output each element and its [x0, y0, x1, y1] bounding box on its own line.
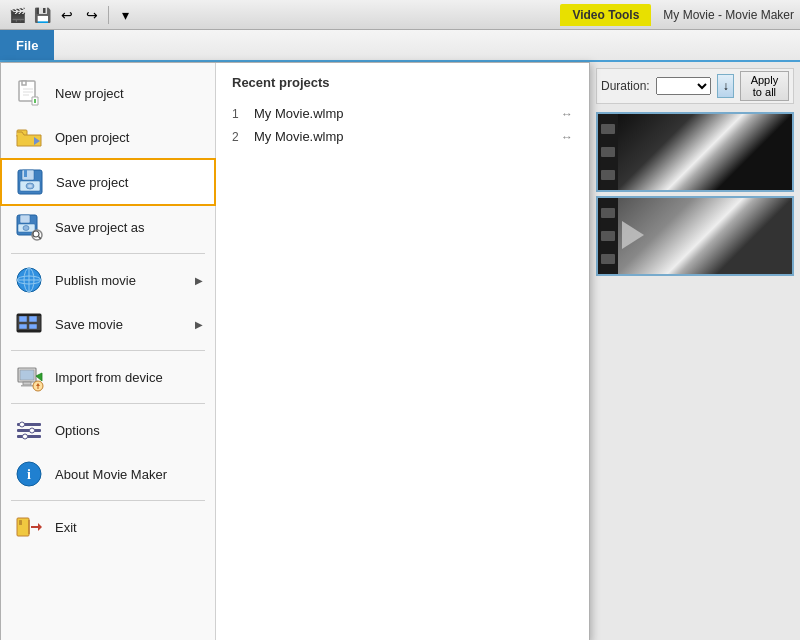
file-menu-right: Recent projects 1 My Movie.wlmp ↔ 2 My M…	[216, 63, 589, 640]
save-project-as-label: Save project as	[55, 220, 203, 235]
new-project-icon	[13, 77, 45, 109]
svg-rect-51	[19, 520, 22, 525]
save-movie-label: Save movie	[55, 317, 185, 332]
ribbon: File	[0, 30, 800, 62]
about-icon: i	[13, 458, 45, 490]
svg-rect-38	[21, 385, 33, 387]
import-from-device-icon	[13, 361, 45, 393]
open-project-label: Open project	[55, 130, 203, 145]
recent-num-1: 1	[232, 107, 246, 121]
recent-pin-1[interactable]: ↔	[561, 107, 573, 121]
recent-name-1: My Movie.wlmp	[254, 106, 553, 121]
file-menu: New project Open project	[0, 62, 590, 640]
right-toolbar: Duration: ↓ Apply to all	[596, 68, 794, 104]
divider-3	[11, 403, 205, 404]
svg-rect-44	[17, 435, 41, 438]
separator	[108, 6, 109, 24]
publish-movie-icon	[13, 264, 45, 296]
options-icon	[13, 414, 45, 446]
film-hole	[601, 254, 615, 264]
save-icon[interactable]: 💾	[31, 4, 53, 26]
film-hole	[601, 147, 615, 157]
svg-rect-33	[17, 314, 41, 316]
recent-pin-2[interactable]: ↔	[561, 130, 573, 144]
save-project-as-icon	[13, 211, 45, 243]
film-hole	[601, 170, 615, 180]
film-hole	[601, 208, 615, 218]
svg-point-15	[28, 185, 32, 188]
svg-rect-11	[22, 170, 34, 180]
menu-item-exit[interactable]: Exit	[1, 505, 215, 549]
redo-icon[interactable]: ↪	[81, 4, 103, 26]
menu-item-options[interactable]: Options	[1, 408, 215, 452]
film-hole	[601, 124, 615, 134]
video-tools-tab[interactable]: Video Tools	[560, 4, 651, 26]
apply-all-button[interactable]: Apply to all	[740, 71, 789, 101]
about-label: About Movie Maker	[55, 467, 203, 482]
open-project-icon	[13, 121, 45, 153]
film-hole	[601, 231, 615, 241]
svg-rect-32	[29, 324, 37, 329]
menu-item-publish-movie[interactable]: Publish movie ▶	[1, 258, 215, 302]
recent-projects-title: Recent projects	[232, 75, 573, 90]
duration-select[interactable]	[656, 77, 712, 95]
svg-point-47	[23, 434, 28, 439]
options-label: Options	[55, 423, 203, 438]
svg-rect-1	[22, 81, 26, 85]
film-stripe-1	[598, 114, 618, 190]
app-icon: 🎬	[6, 4, 28, 26]
window-title: My Movie - Movie Maker	[663, 8, 794, 22]
divider-1	[11, 253, 205, 254]
duration-label: Duration:	[601, 79, 650, 93]
save-project-label: Save project	[56, 175, 202, 190]
svg-text:i: i	[27, 467, 31, 482]
svg-rect-37	[23, 382, 31, 385]
svg-rect-12	[24, 170, 27, 177]
save-movie-icon	[13, 308, 45, 340]
exit-icon	[13, 511, 45, 543]
file-tab[interactable]: File	[0, 30, 54, 60]
menu-item-save-project-as[interactable]: Save project as	[1, 205, 215, 249]
thumb-content-2	[618, 198, 792, 274]
import-from-device-label: Import from device	[55, 370, 203, 385]
recent-name-2: My Movie.wlmp	[254, 129, 553, 144]
menu-item-open-project[interactable]: Open project	[1, 115, 215, 159]
svg-point-45	[20, 422, 25, 427]
svg-rect-31	[19, 324, 27, 329]
video-strip	[596, 112, 794, 276]
save-movie-arrow: ▶	[195, 319, 203, 330]
publish-movie-label: Publish movie	[55, 273, 185, 288]
divider-4	[11, 500, 205, 501]
svg-rect-50	[17, 518, 29, 536]
menu-item-save-movie[interactable]: Save movie ▶	[1, 302, 215, 346]
menu-item-about[interactable]: i About Movie Maker	[1, 452, 215, 496]
divider-2	[11, 350, 205, 351]
svg-marker-55	[622, 221, 644, 249]
new-project-label: New project	[55, 86, 203, 101]
film-stripe-2	[598, 198, 618, 274]
svg-rect-34	[17, 330, 41, 332]
recent-item-1[interactable]: 1 My Movie.wlmp ↔	[232, 102, 573, 125]
dropdown-icon[interactable]: ▾	[114, 4, 136, 26]
svg-rect-30	[29, 316, 37, 322]
svg-rect-29	[19, 316, 27, 322]
svg-marker-39	[36, 373, 42, 381]
svg-rect-17	[20, 215, 30, 223]
undo-icon[interactable]: ↩	[56, 4, 78, 26]
thumb-content-1	[618, 114, 792, 190]
right-panel: Duration: ↓ Apply to all	[590, 62, 800, 640]
video-thumb-2[interactable]	[596, 196, 794, 276]
recent-num-2: 2	[232, 130, 246, 144]
title-bar: 🎬 💾 ↩ ↪ ▾ Video Tools My Movie - Movie M…	[0, 0, 800, 30]
menu-item-import-from-device[interactable]: Import from device	[1, 355, 215, 399]
svg-point-19	[23, 226, 29, 231]
svg-marker-53	[38, 523, 42, 531]
save-project-icon	[14, 166, 46, 198]
toolbar-icons: 🎬 💾 ↩ ↪ ▾	[6, 4, 136, 26]
down-arrow-button[interactable]: ↓	[717, 74, 733, 98]
video-thumb-1[interactable]	[596, 112, 794, 192]
menu-item-new-project[interactable]: New project	[1, 71, 215, 115]
menu-item-save-project[interactable]: Save project	[1, 159, 215, 205]
svg-rect-36	[20, 370, 34, 380]
recent-item-2[interactable]: 2 My Movie.wlmp ↔	[232, 125, 573, 148]
